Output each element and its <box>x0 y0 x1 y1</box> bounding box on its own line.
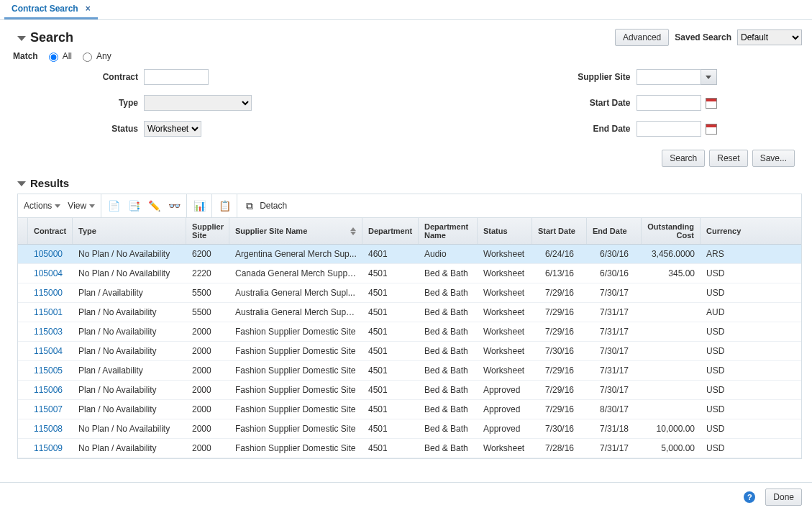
create-from-existing-icon[interactable]: 📑 <box>127 199 140 212</box>
search-button[interactable]: Search <box>662 150 705 167</box>
status-label: Status <box>17 124 144 134</box>
contract-link[interactable]: 115009 <box>28 443 73 453</box>
match-any-radio[interactable]: Any <box>79 50 111 62</box>
table-row[interactable]: 115006Plan / No Availability2000Fashion … <box>18 381 801 400</box>
detach-button[interactable]: ⧉ Detach <box>243 199 287 212</box>
contract-link[interactable]: 105000 <box>28 249 73 259</box>
calendar-icon[interactable] <box>706 98 717 109</box>
supplier-site-label: Supplier Site <box>421 72 637 82</box>
col-supplier-site-name[interactable]: Supplier Site Name <box>229 218 362 244</box>
results-heading: Results <box>17 177 802 189</box>
contract-label: Contract <box>17 72 144 82</box>
page-footer: ? Done <box>0 482 812 511</box>
chevron-down-icon <box>706 76 711 79</box>
chevron-down-icon <box>89 204 95 208</box>
contract-link[interactable]: 115004 <box>28 346 73 356</box>
view-menu[interactable]: View <box>68 201 95 211</box>
type-select[interactable] <box>144 95 252 111</box>
table-row[interactable]: 115003Plan / No Availability2000Fashion … <box>18 322 801 342</box>
col-currency[interactable]: Currency <box>701 218 748 244</box>
close-icon[interactable]: × <box>86 4 91 14</box>
tab-label: Contract Search <box>12 4 78 14</box>
done-button[interactable]: Done <box>765 489 802 506</box>
help-icon[interactable]: ? <box>744 491 755 503</box>
contract-link[interactable]: 115000 <box>28 288 73 298</box>
disclose-icon[interactable] <box>17 36 26 41</box>
col-department-name[interactable]: Department Name <box>419 218 478 244</box>
grid-header: Contract Type Supplier Site Supplier Sit… <box>18 218 801 245</box>
contract-link[interactable]: 115005 <box>28 365 73 376</box>
table-row[interactable]: 115000Plan / Availability5500Australia G… <box>18 283 801 303</box>
advanced-button[interactable]: Advanced <box>615 29 669 46</box>
table-row[interactable]: 115008No Plan / No Availability2000Fashi… <box>18 419 801 439</box>
match-all-radio[interactable]: All <box>45 50 72 62</box>
view-icon[interactable]: 👓 <box>168 199 181 212</box>
match-label: Match <box>13 51 38 61</box>
detach-icon: ⧉ <box>243 199 256 212</box>
contract-link[interactable]: 115008 <box>28 424 73 434</box>
content-scroll[interactable]: Search Advanced Saved Search Default Mat… <box>0 20 812 482</box>
col-contract[interactable]: Contract <box>28 218 73 244</box>
start-date-input[interactable] <box>637 95 701 111</box>
actions-menu[interactable]: Actions <box>24 201 60 211</box>
table-row[interactable]: 105004No Plan / No Availability2220Canad… <box>18 264 801 283</box>
results-grid: Contract Type Supplier Site Supplier Sit… <box>17 218 802 459</box>
calendar-icon[interactable] <box>706 124 717 135</box>
table-row[interactable]: 115007Plan / No Availability2000Fashion … <box>18 400 801 419</box>
tab-contract-search[interactable]: Contract Search × <box>4 0 98 19</box>
supplier-site-lov-button[interactable] <box>701 69 717 85</box>
col-outstanding-cost[interactable]: Outstanding Cost <box>642 218 701 244</box>
save-button[interactable]: Save... <box>752 150 795 167</box>
type-label: Type <box>17 98 144 108</box>
supplier-site-input[interactable] <box>637 69 701 85</box>
col-department[interactable]: Department <box>362 218 419 244</box>
saved-search-select[interactable]: Default <box>737 29 802 45</box>
reset-button[interactable]: Reset <box>709 150 747 167</box>
status-select[interactable]: Worksheet <box>144 121 201 137</box>
wrap-icon[interactable]: 📋 <box>218 199 231 212</box>
contract-link[interactable]: 115006 <box>28 385 73 395</box>
export-icon[interactable]: 📊 <box>193 199 206 212</box>
chevron-down-icon <box>55 204 60 208</box>
table-row[interactable]: 105000No Plan / No Availability6200Argen… <box>18 245 801 264</box>
tab-bar: Contract Search × <box>0 0 812 20</box>
edit-icon[interactable]: ✏️ <box>147 199 160 212</box>
contract-link[interactable]: 115007 <box>28 404 73 414</box>
search-heading: Search <box>30 30 73 45</box>
end-date-input[interactable] <box>637 121 701 137</box>
col-start-date[interactable]: Start Date <box>532 218 587 244</box>
col-supplier-site[interactable]: Supplier Site <box>186 218 229 244</box>
create-icon[interactable]: 📄 <box>107 199 120 212</box>
start-date-label: Start Date <box>421 98 637 108</box>
contract-input[interactable] <box>144 69 209 85</box>
table-row[interactable]: 115001Plan / No Availability5500Australi… <box>18 303 801 322</box>
contract-link[interactable]: 115003 <box>28 327 73 337</box>
col-status[interactable]: Status <box>478 218 532 244</box>
table-row[interactable]: 115009No Plan / Availability2000Fashion … <box>18 439 801 458</box>
col-type[interactable]: Type <box>73 218 186 244</box>
col-end-date[interactable]: End Date <box>587 218 642 244</box>
results-toolbar: Actions View 📄 📑 ✏️ 👓 📊 📋 ⧉ Detach <box>17 194 802 218</box>
saved-search-label: Saved Search <box>675 32 731 42</box>
contract-link[interactable]: 115001 <box>28 307 73 317</box>
table-row[interactable]: 115005Plan / Availability2000Fashion Sup… <box>18 361 801 381</box>
end-date-label: End Date <box>421 124 637 134</box>
table-row[interactable]: 115004Plan / No Availability2000Fashion … <box>18 342 801 361</box>
contract-link[interactable]: 105004 <box>28 268 73 278</box>
disclose-icon[interactable] <box>17 181 26 186</box>
